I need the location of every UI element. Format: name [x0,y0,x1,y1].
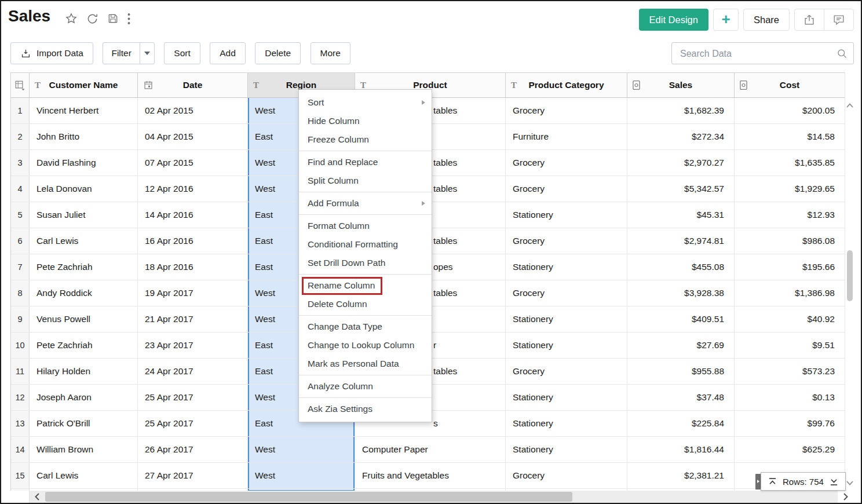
row-number-cell[interactable]: 6 [11,228,30,254]
cell-cost[interactable]: $14.58 [735,124,845,149]
menu-item-hide-column[interactable]: Hide Column [299,112,432,130]
cell-cost[interactable]: $12.93 [735,202,845,228]
add-new-button[interactable]: + [713,9,739,31]
cell-cost[interactable]: $9.51 [735,333,845,358]
cell-product-category[interactable]: Grocery [506,228,627,254]
cell-region[interactable]: West [248,437,355,462]
cell-date[interactable]: 04 Apr 2015 [138,124,248,149]
scroll-up-icon[interactable] [845,100,854,111]
filter-dropdown-caret[interactable] [140,43,154,64]
column-header-date[interactable]: Date [138,73,248,97]
cell-cost[interactable]: $573.23 [735,359,845,384]
cell-cost[interactable]: $986.08 [735,228,845,254]
cell-customer-name[interactable]: Carl Lewis [30,463,138,488]
cell-product-category[interactable]: Stationery [506,437,627,462]
horizontal-scroll-thumb[interactable] [45,492,572,502]
cell-customer-name[interactable]: William Brown [30,437,138,462]
row-number-cell[interactable]: 4 [11,176,30,202]
cell-product-category[interactable]: Stationery [506,202,627,228]
cell-product-category[interactable]: Stationery [506,306,627,332]
cell-cost[interactable]: $40.92 [735,306,845,332]
cell-product-category[interactable]: Grocery [506,359,627,384]
scroll-right-icon[interactable] [838,491,854,503]
cell-cost[interactable]: $99.76 [735,411,845,436]
cell-customer-name[interactable]: Venus Powell [30,306,138,332]
rows-widget-collapse-handle[interactable] [755,474,761,490]
select-all-header[interactable] [11,73,30,97]
cell-customer-name[interactable]: John Britto [30,124,138,149]
menu-item-change-to-lookup-column[interactable]: Change to Lookup Column [299,336,432,355]
menu-item-mark-as-personal-data[interactable]: Mark as Personal Data [299,355,432,373]
horizontal-scrollbar[interactable] [10,491,845,503]
cell-date[interactable]: 16 Apr 2016 [138,228,248,254]
delete-button[interactable]: Delete [255,42,301,64]
cell-cost[interactable]: $195.66 [735,254,845,280]
cell-cost[interactable]: $0.13 [735,385,845,410]
column-header-customer-name[interactable]: T Customer Name [30,73,138,97]
filter-button[interactable]: Filter [103,43,139,64]
cell-customer-name[interactable]: Pete Zachriah [30,254,138,280]
cell-customer-name[interactable]: David Flashing [30,150,138,176]
scroll-down-icon[interactable] [845,478,854,488]
menu-item-conditional-formatting[interactable]: Conditional Formatting [299,235,432,254]
cell-sales[interactable]: $27.69 [627,333,735,358]
menu-item-set-drill-down-path[interactable]: Set Drill Down Path [299,254,432,272]
column-header-sales[interactable]: Sales [627,73,735,97]
cell-cost[interactable]: $1,929.65 [735,176,845,202]
row-number-cell[interactable]: 1 [11,98,30,123]
sort-button[interactable]: Sort [164,42,200,64]
kebab-menu-icon[interactable] [127,13,130,25]
save-icon[interactable] [107,13,119,24]
cell-sales[interactable]: $409.51 [627,306,735,332]
menu-item-rename-column[interactable]: Rename Column [299,276,432,295]
import-data-button[interactable]: Import Data [10,42,93,64]
menu-item-find-and-replace[interactable]: Find and Replace [299,153,432,171]
menu-item-delete-column[interactable]: Delete Column [299,295,432,313]
cell-sales[interactable]: $272.34 [627,124,735,149]
menu-item-format-column[interactable]: Format Column [299,217,432,235]
cell-date[interactable]: 14 Apr 2016 [138,202,248,228]
cell-date[interactable]: 19 Apr 2017 [138,280,248,306]
cell-date[interactable]: 24 Apr 2017 [138,359,248,384]
cell-customer-name[interactable]: Carl Lewis [30,228,138,254]
cell-customer-name[interactable]: Andy Roddick [30,280,138,306]
column-header-product-category[interactable]: T Product Category [506,73,627,97]
cell-sales[interactable]: $455.08 [627,254,735,280]
cell-product-category[interactable]: Grocery [506,98,627,123]
menu-item-analyze-column[interactable]: Analyze Column [299,377,432,396]
row-number-cell[interactable]: 2 [11,124,30,149]
cell-customer-name[interactable]: Patrick O'Brill [30,411,138,436]
menu-item-sort[interactable]: Sort [299,93,432,112]
more-button[interactable]: More [311,42,350,64]
row-number-cell[interactable]: 13 [11,411,30,436]
search-input[interactable] [679,43,832,65]
cell-customer-name[interactable]: Lela Donovan [30,176,138,202]
cell-customer-name[interactable]: Susan Juliet [30,202,138,228]
vertical-scrollbar[interactable] [845,72,854,491]
cell-product[interactable]: Fruits and Vegetables [355,463,506,488]
cell-sales[interactable]: $37.48 [627,385,735,410]
cell-product-category[interactable]: Grocery [506,463,627,488]
cell-sales[interactable]: $3,928.38 [627,280,735,306]
row-number-cell[interactable]: 5 [11,202,30,228]
cell-sales[interactable]: $1,682.39 [627,98,735,123]
menu-item-change-data-type[interactable]: Change Data Type [299,317,432,336]
cell-sales[interactable]: $955.88 [627,359,735,384]
cell-product-category[interactable]: Stationery [506,333,627,358]
row-number-cell[interactable]: 10 [11,333,30,358]
column-header-cost[interactable]: Cost [735,73,845,97]
cell-date[interactable]: 25 Apr 2017 [138,385,248,410]
comments-icon[interactable] [824,9,853,30]
row-number-cell[interactable]: 3 [11,150,30,176]
cell-region[interactable]: West [248,463,355,488]
cell-sales[interactable]: $45.31 [627,202,735,228]
cell-sales[interactable]: $2,970.27 [627,150,735,176]
search-icon[interactable] [837,48,848,61]
menu-item-split-column[interactable]: Split Column [299,171,432,190]
cell-cost[interactable]: $1,635.85 [735,150,845,176]
cell-product-category[interactable]: Stationery [506,385,627,410]
scroll-to-top-icon[interactable] [768,477,777,486]
row-number-cell[interactable]: 8 [11,280,30,306]
add-button[interactable]: Add [210,42,246,64]
menu-item-freeze-column[interactable]: Freeze Column [299,130,432,149]
